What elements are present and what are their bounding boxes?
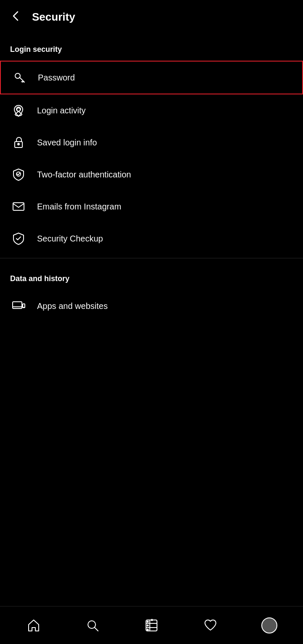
password-label: Password: [38, 73, 75, 83]
apps-and-websites-item[interactable]: Apps and websites: [0, 290, 303, 322]
security-checkup-label: Security Checkup: [37, 234, 103, 244]
lock-icon: [10, 134, 27, 151]
svg-point-5: [17, 108, 20, 111]
bottom-nav: [0, 606, 303, 644]
saved-login-info-item[interactable]: Saved login info: [0, 126, 303, 158]
svg-point-20: [147, 629, 149, 630]
svg-rect-10: [13, 302, 22, 309]
section-divider: [0, 258, 303, 258]
security-checkup-item[interactable]: Security Checkup: [0, 223, 303, 255]
svg-point-7: [18, 143, 19, 145]
svg-rect-9: [13, 203, 24, 210]
nav-profile[interactable]: [240, 606, 299, 644]
data-history-label: Data and history: [0, 262, 303, 290]
login-activity-label: Login activity: [37, 106, 86, 115]
home-icon: [27, 618, 41, 633]
nav-reels[interactable]: [122, 606, 181, 644]
login-security-label: Login security: [0, 32, 303, 61]
search-icon: [85, 618, 100, 633]
header: Security: [0, 0, 303, 32]
back-button[interactable]: [8, 8, 24, 26]
data-history-section: Data and history Apps and websites: [0, 262, 303, 322]
email-icon: [10, 198, 27, 215]
page-title: Security: [32, 11, 75, 24]
two-factor-auth-item[interactable]: Two-factor authentication: [0, 158, 303, 191]
pin-icon: [10, 102, 27, 119]
shield-tick-icon: [10, 230, 27, 247]
shield-check-icon: [10, 166, 27, 183]
two-factor-auth-label: Two-factor authentication: [37, 170, 131, 180]
nav-home[interactable]: [4, 606, 63, 644]
apps-and-websites-label: Apps and websites: [37, 301, 108, 311]
apps-icon: [10, 298, 27, 314]
heart-icon: [203, 618, 218, 633]
nav-search[interactable]: [63, 606, 122, 644]
emails-from-instagram-item[interactable]: Emails from Instagram: [0, 191, 303, 223]
svg-point-21: [152, 619, 153, 620]
login-activity-item[interactable]: Login activity: [0, 94, 303, 126]
key-icon: [11, 69, 28, 86]
emails-from-instagram-label: Emails from Instagram: [37, 202, 121, 212]
svg-point-18: [147, 621, 149, 622]
password-item[interactable]: Password: [0, 61, 303, 94]
saved-login-info-label: Saved login info: [37, 138, 97, 148]
back-arrow-icon: [10, 10, 22, 24]
login-security-section: Login security Password: [0, 32, 303, 255]
reels-icon: [144, 618, 159, 633]
svg-line-16: [95, 628, 98, 631]
nav-activity[interactable]: [181, 606, 240, 644]
avatar: [261, 617, 277, 633]
svg-point-19: [147, 625, 149, 626]
